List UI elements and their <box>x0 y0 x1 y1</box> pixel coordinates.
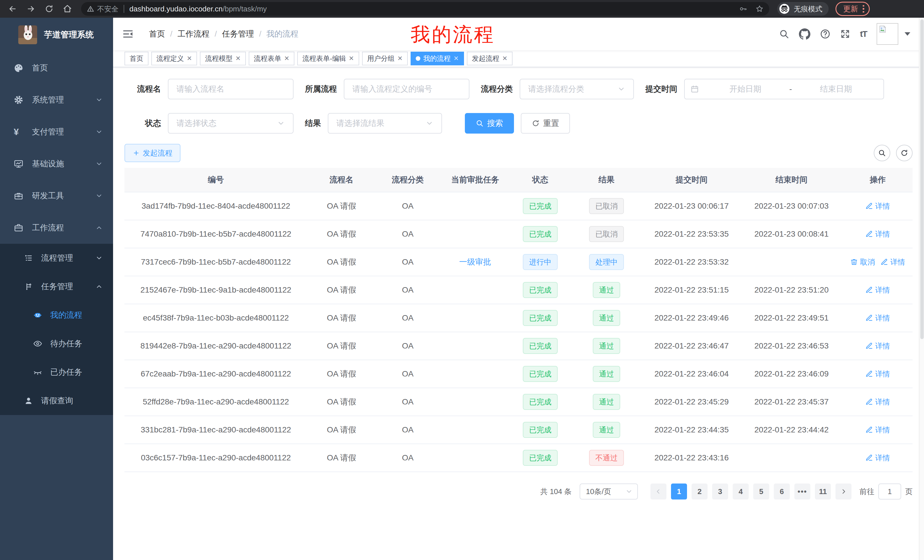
app-logo[interactable]: 芋道管理系统 <box>0 18 113 52</box>
close-icon[interactable]: ✕ <box>398 55 403 61</box>
status-select[interactable]: 请选择状态 <box>168 113 294 133</box>
start-date-placeholder[interactable]: 开始日期 <box>704 84 787 94</box>
key-icon[interactable] <box>740 5 747 13</box>
prev-page-button[interactable] <box>651 484 666 500</box>
sidebar-collapse-icon[interactable] <box>122 28 134 40</box>
tab-process-definition[interactable]: 流程定义✕ <box>152 52 197 65</box>
toggle-search-button[interactable] <box>874 145 890 161</box>
breadcrumb-home[interactable]: 首页 <box>149 28 165 39</box>
detail-link[interactable]: 详情 <box>866 397 890 407</box>
detail-link[interactable]: 详情 <box>866 313 890 323</box>
status-badge: 已完成 <box>523 366 558 382</box>
tab-my-process[interactable]: 我的流程✕ <box>411 52 464 65</box>
browser-scrollbar[interactable] <box>919 18 924 560</box>
edit-icon <box>866 370 873 377</box>
close-icon[interactable]: ✕ <box>187 55 192 61</box>
tab-home[interactable]: 首页 <box>124 52 148 65</box>
sidebar-item-done-tasks[interactable]: 已办任务 <box>0 358 113 386</box>
category-select[interactable]: 请选择流程分类 <box>520 79 634 99</box>
avatar-dropdown-caret[interactable] <box>904 32 910 36</box>
detail-link[interactable]: 详情 <box>866 229 890 239</box>
sidebar-item-todo-tasks[interactable]: 待办任务 <box>0 329 113 358</box>
result-badge: 不通过 <box>589 450 624 466</box>
current-task-link[interactable]: 一级审批 <box>459 257 491 267</box>
date-range-picker[interactable]: 开始日期 - 结束日期 <box>684 79 884 99</box>
close-icon[interactable]: ✕ <box>284 55 289 61</box>
fullscreen-icon[interactable] <box>840 29 850 39</box>
sidebar-item-workflow[interactable]: 工作流程 <box>0 212 113 244</box>
page-button-3[interactable]: 3 <box>712 484 728 500</box>
font-size-icon[interactable]: tT <box>860 29 867 39</box>
back-icon[interactable] <box>8 4 17 13</box>
close-icon[interactable]: ✕ <box>453 55 459 61</box>
close-icon[interactable]: ✕ <box>349 55 354 61</box>
github-icon[interactable] <box>799 28 810 40</box>
result-select[interactable]: 请选择流结果 <box>328 113 442 133</box>
chevron-down-icon <box>626 488 633 495</box>
start-process-button[interactable]: 发起流程 <box>124 144 180 162</box>
search-icon[interactable] <box>779 29 789 39</box>
page-button-4[interactable]: 4 <box>733 484 748 500</box>
sidebar-item-task-mgmt[interactable]: 任务管理 <box>0 272 113 301</box>
refresh-table-button[interactable] <box>896 145 913 161</box>
search-button[interactable]: 搜索 <box>465 113 514 133</box>
cancel-link[interactable]: 取消 <box>850 257 875 267</box>
help-icon[interactable] <box>820 29 830 39</box>
detail-link[interactable]: 详情 <box>866 369 890 379</box>
detail-link[interactable]: 详情 <box>866 201 890 211</box>
tab-user-group[interactable]: 用户分组✕ <box>362 52 408 65</box>
page-size-select[interactable]: 10条/页 <box>580 484 638 500</box>
page-button-6[interactable]: 6 <box>774 484 790 500</box>
browser-menu-icon[interactable] <box>862 5 864 13</box>
next-page-button[interactable] <box>836 484 852 500</box>
chevron-down-icon <box>95 192 103 199</box>
tab-process-form[interactable]: 流程表单✕ <box>249 52 294 65</box>
result-badge: 通过 <box>593 394 620 410</box>
detail-link[interactable]: 详情 <box>866 425 890 435</box>
incognito-label: 无痕模式 <box>794 4 822 14</box>
more-pages-button[interactable]: ••• <box>794 484 810 500</box>
close-icon[interactable]: ✕ <box>502 55 507 61</box>
sidebar-item-process-mgmt[interactable]: 流程管理 <box>0 244 113 272</box>
bookmark-star-icon[interactable] <box>756 5 764 13</box>
sidebar-item-system[interactable]: 系统管理 <box>0 84 113 116</box>
breadcrumb-task-mgmt[interactable]: 任务管理 <box>222 28 254 39</box>
sidebar-item-infrastructure[interactable]: 基础设施 <box>0 148 113 180</box>
sidebar-item-payment[interactable]: ¥ 支付管理 <box>0 116 113 148</box>
forward-icon[interactable] <box>26 4 35 13</box>
address-bar[interactable]: 不安全 dashboard.yudao.iocoder.cn /bpm/task… <box>81 2 769 16</box>
sidebar-item-home[interactable]: 首页 <box>0 52 113 84</box>
search-icon <box>476 119 484 127</box>
pagination: 共 104 条 10条/页 1 2 3 4 5 6 ••• 11 <box>124 484 913 500</box>
tab-process-form-edit[interactable]: 流程表单-编辑✕ <box>297 52 359 65</box>
avatar[interactable] <box>877 23 898 45</box>
goto-page-input[interactable] <box>878 484 901 500</box>
reload-icon[interactable] <box>45 4 54 13</box>
update-button[interactable]: 更新 <box>836 2 870 16</box>
page-button-11[interactable]: 11 <box>815 484 831 500</box>
page-button-5[interactable]: 5 <box>753 484 769 500</box>
process-name-input[interactable]: 请输入流程名 <box>168 79 294 99</box>
sidebar-item-leave-query[interactable]: 请假查询 <box>0 386 113 415</box>
sidebar-item-my-process[interactable]: 我的流程 <box>0 301 113 329</box>
page-button-2[interactable]: 2 <box>692 484 708 500</box>
detail-link[interactable]: 详情 <box>866 285 890 295</box>
scrollbar-thumb[interactable] <box>920 19 924 339</box>
end-date-placeholder[interactable]: 结束日期 <box>794 84 878 94</box>
detail-link[interactable]: 详情 <box>866 341 890 351</box>
sidebar: 芋道管理系统 首页 系统管理 ¥ 支付管理 基础设施 研发工具 工作 <box>0 18 113 560</box>
reset-button[interactable]: 重置 <box>521 113 570 133</box>
tab-start-process[interactable]: 发起流程✕ <box>467 52 513 65</box>
home-icon[interactable] <box>63 4 72 13</box>
breadcrumb: 首页 / 工作流程 / 任务管理 / 我的流程 <box>149 28 298 39</box>
tab-process-model[interactable]: 流程模型✕ <box>200 52 246 65</box>
flow-branch-icon <box>24 282 33 291</box>
detail-link[interactable]: 详情 <box>866 453 890 463</box>
status-badge: 已完成 <box>523 422 558 438</box>
detail-link[interactable]: 详情 <box>880 257 905 267</box>
page-button-1[interactable]: 1 <box>671 484 687 500</box>
breadcrumb-workflow[interactable]: 工作流程 <box>178 28 210 39</box>
close-icon[interactable]: ✕ <box>235 55 240 61</box>
process-definition-input[interactable]: 请输入流程定义的编号 <box>344 79 470 99</box>
sidebar-item-devtools[interactable]: 研发工具 <box>0 180 113 212</box>
